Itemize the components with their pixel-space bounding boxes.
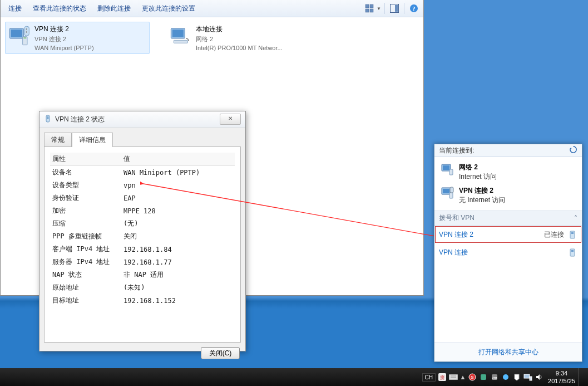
table-row[interactable]: 身份验证EAP <box>50 192 235 204</box>
volume-icon[interactable] <box>534 372 544 382</box>
keyboard-icon[interactable] <box>448 372 458 382</box>
network-name: VPN 连接 2 <box>459 186 505 196</box>
connection-local[interactable]: 本地连接 网络 2 Intel(R) PRO/1000 MT Networ... <box>166 22 311 54</box>
clock[interactable]: 9:34 2017/5/25 <box>548 369 575 385</box>
connection-vpn2[interactable]: VPN 连接 2 VPN 连接 2 WAN Miniport (PPTP) <box>5 22 150 54</box>
vpn-status-dialog: VPN 连接 2 状态 ✕ 常规 详细信息 属性 值 设备名WAN Minipo… <box>39 111 246 351</box>
vpn-connection-row[interactable]: VPN 连接 <box>434 243 582 261</box>
svg-rect-17 <box>47 116 49 119</box>
open-network-center-link[interactable]: 打开网络和共享中心 <box>434 343 582 361</box>
details-panel: 属性 值 设备名WAN Miniport (PPTP) 设备类型vpn 身份验证… <box>44 146 241 343</box>
svg-rect-43 <box>524 374 530 378</box>
dialog-tabs: 常规 详细信息 <box>44 133 241 147</box>
svg-rect-29 <box>571 232 574 234</box>
svg-rect-34 <box>449 374 458 380</box>
tab-details[interactable]: 详细信息 <box>72 133 113 147</box>
conn-sub1: 网络 2 <box>196 35 283 43</box>
network-desc: 无 Internet 访问 <box>459 196 505 205</box>
svg-rect-28 <box>570 231 575 238</box>
show-desktop-button[interactable] <box>579 368 585 386</box>
tray-app-icon[interactable]: S <box>467 372 477 382</box>
table-row[interactable]: NAP 状态非 NAP 适用 <box>50 268 235 281</box>
svg-rect-25 <box>443 189 449 193</box>
table-row[interactable]: 客户端 IPv4 地址192.168.1.84 <box>50 243 235 256</box>
preview-pane-icon[interactable] <box>388 2 401 14</box>
svg-point-42 <box>503 374 508 380</box>
vpn-row-status: 已连接 <box>544 230 564 240</box>
thumbnails-icon <box>363 2 375 14</box>
svg-rect-31 <box>571 250 574 252</box>
conn-title: VPN 连接 2 <box>34 25 94 34</box>
close-dialog-button[interactable]: 关闭(C) <box>201 347 240 359</box>
vpn-connection-row[interactable]: VPN 连接 2 已连接 <box>434 226 582 243</box>
svg-rect-1 <box>370 4 373 8</box>
svg-rect-3 <box>370 9 373 12</box>
table-row[interactable]: PPP 多重链接帧关闭 <box>50 230 235 243</box>
view-mode-dropdown[interactable]: ▼ <box>363 2 381 14</box>
svg-rect-15 <box>174 40 187 43</box>
ethernet-connection-icon <box>169 25 191 47</box>
clock-date: 2017/5/25 <box>548 377 575 385</box>
table-row[interactable]: 压缩(无) <box>50 217 235 230</box>
tray-app-icon[interactable] <box>501 372 511 382</box>
svg-text:?: ? <box>412 5 416 12</box>
modem-icon <box>567 247 577 257</box>
dialog-titlebar[interactable]: VPN 连接 2 状态 ✕ <box>39 111 245 128</box>
svg-text:vm: vm <box>492 376 497 380</box>
network-tray-icon[interactable] <box>523 372 533 382</box>
language-indicator[interactable]: CH <box>422 373 436 382</box>
svg-rect-11 <box>23 37 26 38</box>
svg-rect-9 <box>11 30 22 37</box>
conn-title: 本地连接 <box>196 25 283 34</box>
menu-connect[interactable]: 连接 <box>4 2 26 16</box>
network-flyout: 当前连接到: 网络 2 Internet 访问 VPN 连接 2 无 Inter… <box>434 144 582 362</box>
table-row[interactable]: 设备名WAN Miniport (PPTP) <box>50 166 235 179</box>
network-desc: Internet 访问 <box>459 172 497 182</box>
vpn-row-name: VPN 连接 2 <box>439 230 544 240</box>
svg-rect-27 <box>450 187 453 193</box>
flyout-header: 当前连接到: <box>434 144 582 157</box>
vpn-network-icon <box>440 186 454 201</box>
table-row[interactable]: 设备类型vpn <box>50 179 235 192</box>
refresh-icon[interactable] <box>569 145 577 155</box>
table-row[interactable]: 加密MPPE 128 <box>50 204 235 217</box>
property-table: 属性 值 设备名WAN Miniport (PPTP) 设备类型vpn 身份验证… <box>50 153 235 307</box>
col-value[interactable]: 值 <box>121 153 235 166</box>
vpn-row-name: VPN 连接 <box>439 248 567 257</box>
network-item[interactable]: 网络 2 Internet 访问 <box>439 160 577 184</box>
table-row[interactable]: 服务器 IPv4 地址192.168.1.77 <box>50 256 235 268</box>
taskbar: CH 拼 ▲ S vm 9:34 2017/5/25 <box>0 368 588 386</box>
col-property[interactable]: 属性 <box>50 153 121 166</box>
chevron-up-icon: ˄ <box>574 214 577 222</box>
tray-app-icon[interactable] <box>478 372 488 382</box>
help-icon[interactable]: ? <box>408 2 420 14</box>
modem-icon <box>567 229 577 240</box>
tray-app-icon[interactable]: vm <box>490 372 500 382</box>
tray-overflow-icon[interactable]: ▲ <box>459 374 467 380</box>
explorer-body: VPN 连接 2 VPN 连接 2 WAN Miniport (PPTP) 本地… <box>1 17 423 58</box>
network-item[interactable]: VPN 连接 2 无 Internet 访问 <box>439 184 577 207</box>
action-center-icon[interactable] <box>512 372 522 382</box>
tab-general[interactable]: 常规 <box>44 133 72 147</box>
svg-rect-14 <box>172 30 184 37</box>
svg-text:拼: 拼 <box>440 375 445 380</box>
menu-change-settings[interactable]: 更改此连接的设置 <box>137 2 200 16</box>
chevron-down-icon: ▼ <box>377 6 381 11</box>
close-button[interactable]: ✕ <box>220 114 241 125</box>
section-dialup-vpn[interactable]: 拨号和 VPN ˄ <box>434 211 582 226</box>
svg-rect-2 <box>365 9 369 12</box>
phone-icon <box>44 115 52 124</box>
network-icon <box>440 163 454 177</box>
table-row[interactable]: 原始地址(未知) <box>50 281 235 294</box>
svg-rect-23 <box>449 169 453 175</box>
dialog-title: VPN 连接 2 状态 <box>55 115 105 124</box>
ime-icon[interactable]: 拼 <box>437 372 447 382</box>
svg-rect-44 <box>530 377 532 380</box>
svg-rect-26 <box>449 193 453 198</box>
menu-delete[interactable]: 删除此连接 <box>93 2 135 16</box>
svg-rect-0 <box>365 4 369 8</box>
menu-view-status[interactable]: 查看此连接的状态 <box>28 2 91 16</box>
table-row[interactable]: 目标地址192.168.1.152 <box>50 294 235 307</box>
conn-sub2: Intel(R) PRO/1000 MT Networ... <box>196 45 283 51</box>
conn-sub1: VPN 连接 2 <box>34 35 94 43</box>
